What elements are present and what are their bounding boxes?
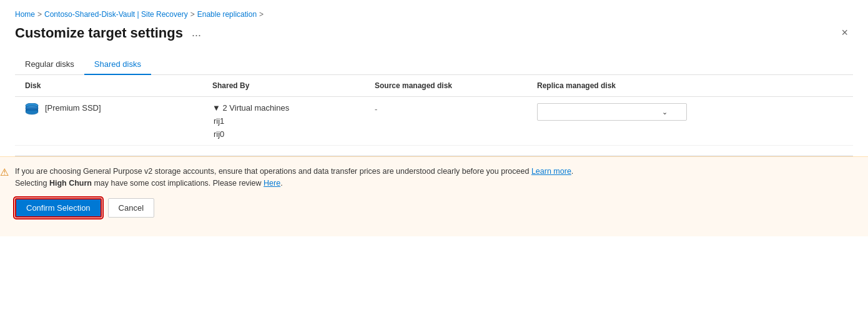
disk-icon xyxy=(25,103,40,116)
warning-text: If you are choosing General Purpose v2 s… xyxy=(15,166,573,189)
tab-shared-disks[interactable]: Shared disks xyxy=(84,54,151,75)
warning-content: ⚠ If you are choosing General Purpose v2… xyxy=(0,166,868,189)
confirm-selection-button[interactable]: Confirm Selection xyxy=(15,198,102,218)
chevron-down-icon: ⌄ xyxy=(662,108,668,116)
more-options-button[interactable]: ... xyxy=(188,25,205,41)
vm-list-item-0: rij1 xyxy=(212,116,375,126)
warning-text-part4: may have some cost implications. Please … xyxy=(92,179,262,188)
replica-disk-dropdown[interactable]: ⌄ xyxy=(537,103,687,121)
tabs-container: Regular disks Shared disks xyxy=(15,54,853,75)
high-churn-label: High Churn xyxy=(49,179,92,188)
col-replica-disk: Replica managed disk xyxy=(537,81,843,90)
disk-cell: [Premium SSD] xyxy=(25,103,212,116)
page-header: Customize target settings ... × xyxy=(15,24,853,42)
replica-disk-cell: ⌄ xyxy=(537,103,843,121)
page-container: Home > Contoso-Shared-Disk-Vault | Site … xyxy=(0,0,868,332)
learn-more-link[interactable]: Learn more xyxy=(531,167,571,176)
breadcrumb: Home > Contoso-Shared-Disk-Vault | Site … xyxy=(15,10,853,19)
col-source-disk: Source managed disk xyxy=(375,81,537,90)
breadcrumb-vault[interactable]: Contoso-Shared-Disk-Vault | Site Recover… xyxy=(44,10,188,19)
warning-section: ⚠ If you are choosing General Purpose v2… xyxy=(0,156,868,236)
here-link[interactable]: Here xyxy=(264,179,280,188)
table-row: [Premium SSD] ▼ 2 Virtual machines rij1 … xyxy=(15,97,853,146)
vm-toggle[interactable]: ▼ 2 Virtual machines xyxy=(212,103,375,113)
breadcrumb-sep-3: > xyxy=(259,10,264,19)
replica-dropdown-wrapper: ⌄ xyxy=(537,103,687,121)
action-buttons: Confirm Selection Cancel xyxy=(0,198,868,228)
breadcrumb-home[interactable]: Home xyxy=(15,10,35,19)
tab-regular-disks[interactable]: Regular disks xyxy=(15,54,84,75)
table-container: Disk Shared By Source managed disk Repli… xyxy=(15,75,853,146)
breadcrumb-sep-1: > xyxy=(37,10,42,19)
page-title-row: Customize target settings ... xyxy=(15,25,205,41)
svg-point-7 xyxy=(26,106,38,111)
disk-label: [Premium SSD] xyxy=(45,103,101,113)
bottom-area: ⚠ If you are choosing General Purpose v2… xyxy=(0,156,868,236)
shared-by-cell: ▼ 2 Virtual machines rij1 rij0 xyxy=(212,103,375,139)
source-disk-cell: - xyxy=(375,103,537,114)
col-shared-by: Shared By xyxy=(212,81,375,90)
page-title: Customize target settings xyxy=(15,25,183,41)
breadcrumb-current: Enable replication xyxy=(197,10,257,19)
cancel-button[interactable]: Cancel xyxy=(108,198,154,218)
breadcrumb-sep-2: > xyxy=(190,10,195,19)
vm-toggle-label: ▼ 2 Virtual machines xyxy=(212,103,289,113)
close-button[interactable]: × xyxy=(836,24,853,42)
col-disk: Disk xyxy=(25,81,212,90)
warning-text-part3: Selecting xyxy=(15,179,49,188)
warning-text-part2: . xyxy=(571,167,573,176)
warning-text-part1: If you are choosing General Purpose v2 s… xyxy=(15,167,529,176)
warning-text-part5: . xyxy=(280,179,282,188)
table-header: Disk Shared By Source managed disk Repli… xyxy=(15,75,853,97)
warning-icon: ⚠ xyxy=(0,166,9,178)
vm-list-item-1: rij0 xyxy=(212,129,375,139)
